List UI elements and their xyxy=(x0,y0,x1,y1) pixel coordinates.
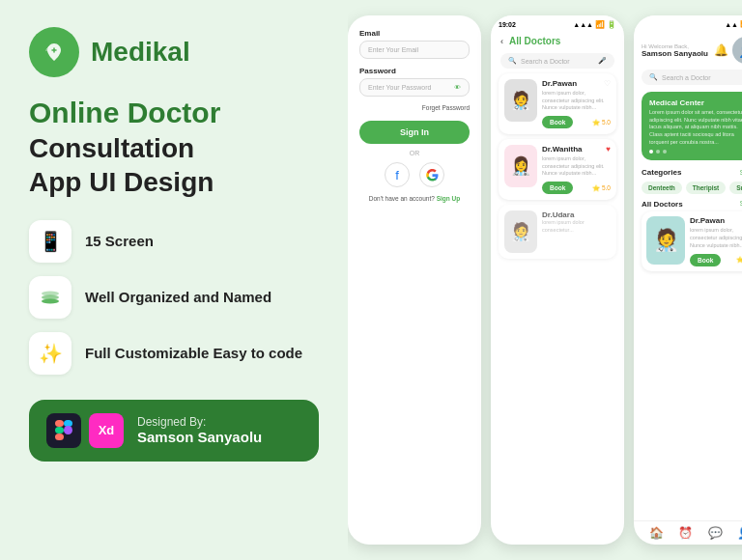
banner-dots xyxy=(649,150,742,154)
feature-text-customize: Full Customizable Easy to code xyxy=(85,345,302,361)
category-denteeth[interactable]: Denteeth xyxy=(642,182,682,194)
status-bar-dash: ▲▲ 📶 🔋 xyxy=(634,15,742,31)
notification-bell-icon[interactable]: 🔔 xyxy=(714,43,728,57)
svg-rect-3 xyxy=(55,420,64,427)
doctor-card-2: 👩‍⚕️ Dr.Wanitha ♥ lorem ipsum dolor, con… xyxy=(499,139,616,200)
dash-doctor-name: Dr.Pawan xyxy=(690,216,725,225)
banner-desc: Lorem ipsum dolor sit amet, consectetur … xyxy=(649,109,742,146)
banner-title: Medical Center xyxy=(649,98,742,107)
doctor-actions-2: Book ⭐ 5.0 xyxy=(542,182,611,194)
feature-item-organized: Well Organized and Named xyxy=(29,276,319,319)
dashboard-top: Hi Welcome Back, Samson Sanyaolu 🔔 👤 xyxy=(634,31,742,68)
headline-line3: App UI Design xyxy=(29,165,319,199)
signup-link[interactable]: Sign Up xyxy=(437,195,461,202)
heart-icon-1[interactable]: ♡ xyxy=(604,79,611,90)
user-greeting-block: Hi Welcome Back, Samson Sanyaolu xyxy=(642,43,708,58)
google-login-button[interactable] xyxy=(419,162,444,187)
svg-point-7 xyxy=(64,426,72,434)
headline-line2: Consultation xyxy=(29,131,319,165)
status-icons-dash: ▲▲ 📶 🔋 xyxy=(725,20,742,28)
doctors-header: ‹ All Doctors xyxy=(491,32,624,50)
feature-text-screens: 15 Screen xyxy=(85,233,154,249)
back-arrow-doctors[interactable]: ‹ xyxy=(500,37,503,46)
doctor-info-2: Dr.Wanitha ♥ lorem ipsum dolor, consecte… xyxy=(542,145,611,194)
sign-in-button[interactable]: Sign In xyxy=(359,121,470,144)
book-button-1[interactable]: Book xyxy=(542,116,573,128)
designer-tools: Xd xyxy=(46,413,124,448)
facebook-login-button[interactable]: f xyxy=(385,162,410,187)
signal-icon-dash: ▲▲ xyxy=(725,21,738,28)
signal-icon: ▲▲▲ xyxy=(573,21,593,28)
all-doc-section-title: All Doctors xyxy=(642,200,683,209)
headline-block: Online Doctor Consultation App UI Design xyxy=(29,95,319,199)
search-placeholder-dash: Search a Doctor xyxy=(662,74,711,81)
category-therapist[interactable]: Theripist xyxy=(686,182,726,194)
user-avatar-dashboard: 👤 xyxy=(732,37,742,64)
dashboard-search[interactable]: 🔍 Search a Doctor 🎤 xyxy=(642,70,742,85)
user-name: Samson Sanyaolu xyxy=(642,49,708,58)
password-label: Password xyxy=(359,67,470,75)
heart-icon-2[interactable]: ♥ xyxy=(606,145,611,155)
email-input[interactable]: Enter Your Email xyxy=(359,41,470,59)
dash-doctor-desc: lorem ipsum dolor, consectetur adipiscin… xyxy=(690,227,742,249)
feature-icon-customize: ✨ xyxy=(29,332,71,375)
xd-badge: Xd xyxy=(89,413,124,448)
mockups-panel: Email Enter Your Email Password Enter Yo… xyxy=(348,0,742,560)
email-label: Email xyxy=(359,29,470,38)
doctor-desc-1: lorem ipsum dolor, consectetur adipiscin… xyxy=(542,90,611,112)
designer-info: Designed By: Samson Sanyaolu xyxy=(137,415,262,445)
banner-dot-3[interactable] xyxy=(663,150,667,154)
nav-chat-icon[interactable]: 💬 xyxy=(708,526,723,540)
headline-line1: Online Doctor xyxy=(29,95,319,131)
login-body: Email Enter Your Email Password Enter Yo… xyxy=(348,15,481,545)
doctor-info-1: Dr.Pawan ♡ lorem ipsum dolor, consectetu… xyxy=(542,79,611,128)
search-placeholder-doctors: Search a Doctor xyxy=(521,58,570,65)
doctors-search[interactable]: 🔍 Search a Doctor 🎤 xyxy=(500,53,614,69)
doctor-name-1: Dr.Pawan xyxy=(542,79,577,88)
doctor-name-2: Dr.Wanitha xyxy=(542,145,582,154)
categories-title: Categories xyxy=(642,168,681,177)
rating-2: ⭐ 5.0 xyxy=(592,184,611,192)
category-pills: Denteeth Theripist Surge xyxy=(634,180,742,198)
dash-doctor-actions: Book ⭐ 5.0 xyxy=(690,254,742,266)
banner-dot-2[interactable] xyxy=(656,150,660,154)
features-list: 📱 15 Screen Well Organized and Named ✨ F… xyxy=(29,220,319,375)
category-surge[interactable]: Surge xyxy=(729,182,742,194)
doctor-card-1: 🧑‍⚕️ Dr.Pawan ♡ lorem ipsum dolor, conse… xyxy=(499,73,616,134)
brand-header: Medikal xyxy=(29,27,319,77)
forgot-password-link[interactable]: Forget Password xyxy=(359,104,470,111)
password-placeholder: Enter Your Password xyxy=(368,84,431,91)
search-icon-dash: 🔍 xyxy=(649,73,658,81)
nav-profile-icon[interactable]: 👤 xyxy=(737,526,742,540)
nav-home-icon[interactable]: 🏠 xyxy=(649,526,664,540)
figma-badge xyxy=(46,413,81,448)
book-button-2[interactable]: Book xyxy=(542,182,573,194)
doctor-avatar-3: 🧑‍⚕️ xyxy=(504,210,537,253)
all-doctors-title: All Doctors xyxy=(509,36,560,46)
feature-item-screens: 📱 15 Screen xyxy=(29,220,319,263)
doctors-mockup: 19:02 ▲▲▲ 📶 🔋 ‹ All Doctors 🔍 Search a D… xyxy=(491,15,624,545)
wifi-icon: 📶 xyxy=(595,20,605,29)
doctor-desc-3: lorem ipsum dolor consectetur... xyxy=(542,219,611,234)
nav-clock-icon[interactable]: ⏰ xyxy=(678,526,693,540)
brand-logo-icon xyxy=(29,27,79,77)
banner-dot-1[interactable] xyxy=(649,150,653,154)
dash-doctor-avatar: 🧑‍⚕️ xyxy=(646,216,685,265)
email-placeholder: Enter Your Email xyxy=(368,46,418,53)
dashboard-doctor-card: 🧑‍⚕️ Dr.Pawan ♡ lorem ipsum dolor, conse… xyxy=(642,211,742,270)
status-time-doctors: 19:02 xyxy=(499,21,516,28)
feature-item-customize: ✨ Full Customizable Easy to code xyxy=(29,332,319,375)
no-account-text: Don't have an account? Sign Up xyxy=(359,195,470,202)
eye-icon: 👁 xyxy=(454,84,461,91)
svg-rect-6 xyxy=(55,434,64,440)
password-input[interactable]: Enter Your Password 👁 xyxy=(359,78,470,97)
battery-icon: 🔋 xyxy=(607,20,616,29)
dash-rating: ⭐ 5.0 xyxy=(736,256,742,264)
mic-icon-doctors: 🎤 xyxy=(598,57,607,65)
svg-rect-4 xyxy=(64,420,72,427)
status-bar-doctors: 19:02 ▲▲▲ 📶 🔋 xyxy=(491,15,624,32)
left-panel: Medikal Online Doctor Consultation App U… xyxy=(0,0,348,560)
designer-label: Designed By: xyxy=(137,415,262,429)
login-mockup: Email Enter Your Email Password Enter Yo… xyxy=(348,15,481,545)
dash-book-button[interactable]: Book xyxy=(690,254,721,266)
